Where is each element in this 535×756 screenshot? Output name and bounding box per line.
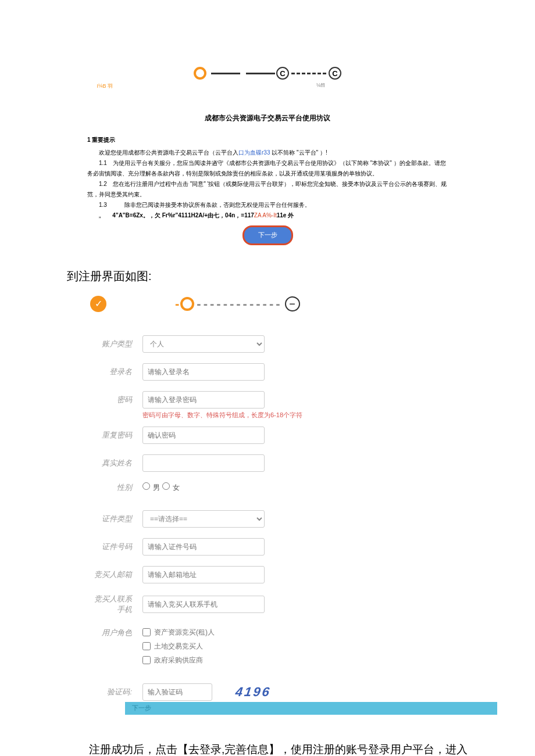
idno-input[interactable]: [142, 538, 265, 556]
idno-label: 证件号码: [90, 542, 142, 552]
top-stepper-labels: I¼B 羽 ¼ffl: [0, 83, 535, 90]
reg-step3-minus-icon: −: [285, 296, 300, 311]
agreement-title: 成都市公共资源电子交易云平台使用坊议: [0, 113, 535, 123]
gender-male-radio[interactable]: [142, 482, 150, 490]
repeat-password-label: 重复密码: [90, 430, 142, 440]
email-label: 竞买人邮箱: [90, 569, 142, 580]
role-asset-checkbox[interactable]: [142, 628, 151, 636]
step2-circle-icon: C: [276, 67, 289, 80]
password-hint: 密码可由字母、数字、特殊符号组成，长度为6-18个字符: [142, 411, 317, 420]
realname-label: 真实姓名: [90, 458, 142, 468]
role-land-checkbox[interactable]: [142, 642, 151, 650]
stepper-label-left: I¼B 羽: [97, 83, 113, 90]
login-name-input[interactable]: [142, 363, 265, 381]
idtype-label: 证件类型: [90, 514, 142, 524]
role-label: 用户角色: [90, 625, 142, 638]
stepper-line: [246, 73, 275, 74]
agreement-clause-1-2: 1.2 您在迄行注册用户过程中点击 "同意" '按钮（或奠际使用云平台联芽），即…: [87, 179, 448, 200]
reg-stepper-dash: -: [175, 296, 178, 311]
captcha-input[interactable]: [142, 683, 212, 701]
step1-circle-icon: [194, 67, 206, 80]
password-label: 密码: [90, 395, 142, 405]
registration-form: ✓ - ------------- − 账户类型 个人 登录名 密码 密码可由字…: [0, 296, 395, 715]
captcha-image: 4196: [211, 685, 272, 700]
agreement-next-button[interactable]: 下一步: [242, 225, 293, 245]
instruction-paragraph: 注册成功后，点击【去登录,完善信息】，使用注册的账号登录用户平台，进入账户设置进…: [0, 715, 535, 756]
login-name-label: 登录名: [90, 367, 142, 377]
phone-label: 竞买人联系手机: [90, 594, 142, 615]
form-next-button[interactable]: 下一步: [125, 702, 497, 715]
top-progress-stepper: C C: [0, 67, 535, 80]
stepper-label-right: ¼ffl: [316, 83, 324, 90]
reg-stepper-dash-grey: -------------: [197, 296, 282, 311]
agreement-clause-1-3: 1.3 除非您已阅读并接受本协议所有条款，否则您无权使用云平台任何服务。: [87, 200, 448, 210]
password-input[interactable]: [142, 391, 265, 409]
captcha-label: 验证码:: [90, 687, 142, 697]
agreement-misc-line: „ 4"A"B=6Zx。，欠 Fr%r"4111H2A/+由七，04n，=117…: [87, 210, 448, 221]
account-type-label: 账户类型: [90, 339, 142, 349]
repeat-password-input[interactable]: [142, 427, 265, 444]
agreement-welcome: 欢迎您使用成都市公共资源电子交易云平台（云平台入口为血碟r33 以不筒称 "云平…: [87, 148, 448, 158]
realname-input[interactable]: [142, 454, 265, 472]
idtype-select[interactable]: ==请选择==: [142, 510, 265, 528]
agreement-clause-1-1: 1.1 为使用云平台有关服分，您应当阅读并遒守《成都市公共资源电子交易云平台使用…: [87, 158, 448, 179]
agreement-section-head: 1 重要提示: [87, 135, 448, 145]
agreement-body: 1 重要提示 欢迎您使用成都市公共资源电子交易云平台（云平台入口为血碟r33 以…: [0, 135, 535, 245]
role-gov-checkbox[interactable]: [142, 656, 151, 664]
stepper-line: [211, 73, 240, 74]
gender-female-radio[interactable]: [162, 482, 170, 490]
phone-input[interactable]: [142, 596, 265, 613]
account-type-select[interactable]: 个人: [142, 335, 265, 353]
email-input[interactable]: [142, 566, 265, 583]
reg-step2-circle-icon: [180, 297, 194, 311]
agreement-link[interactable]: 口为血碟r33: [238, 149, 270, 156]
reg-stepper: ✓ - ------------- −: [90, 296, 395, 312]
reg-step1-done-icon: ✓: [90, 296, 106, 312]
stepper-dashed-line: [291, 73, 326, 74]
gender-label: 性别: [90, 482, 142, 493]
step3-circle-icon: C: [329, 67, 341, 80]
section-heading: 到注册界面如图:: [0, 245, 535, 296]
